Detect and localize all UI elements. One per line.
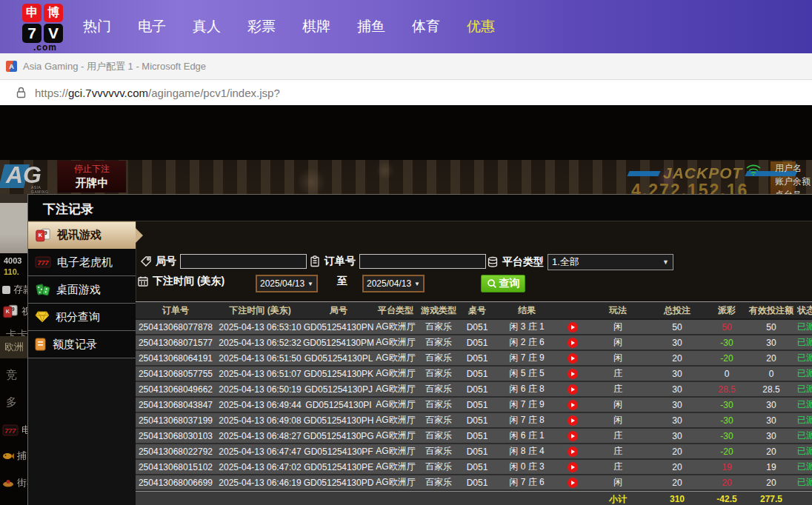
- cell: 20: [706, 475, 748, 489]
- play-video-button[interactable]: [568, 462, 578, 472]
- modal-content: 局号 订单号: [136, 221, 812, 505]
- nav-item-优惠[interactable]: 优惠: [467, 17, 495, 36]
- play-video-button[interactable]: [568, 338, 578, 348]
- cell: -20: [706, 444, 748, 458]
- ag-brand-logo: AG ASIA GAMING: [1, 161, 59, 193]
- play-video-button[interactable]: [568, 447, 578, 457]
- sidebar-item-积分查询[interactable]: 积分查询: [28, 304, 136, 331]
- column-header-玩法: 玩法: [588, 302, 648, 318]
- url-path: /agingame/pcv1/index.jsp?: [148, 87, 280, 99]
- cell: [459, 492, 496, 505]
- sidebar-item-label: 桌面游戏: [56, 283, 101, 297]
- cell: D051: [459, 335, 496, 350]
- cell: [558, 413, 588, 427]
- play-video-button[interactable]: [568, 415, 578, 426]
- sidebar-item-视讯游戏[interactable]: 9K视讯游戏: [28, 221, 136, 249]
- svg-text:777: 777: [37, 259, 49, 267]
- cell: AG欧洲厅: [373, 335, 419, 350]
- cell: 闲 7 庄 9: [496, 351, 558, 365]
- cell: [558, 398, 588, 412]
- document-icon: [35, 338, 47, 351]
- nav-item-电子[interactable]: 电子: [138, 17, 166, 36]
- cell: [558, 351, 588, 365]
- cell: 2025-04-13 06:51:50: [216, 351, 304, 365]
- play-video-button[interactable]: [568, 322, 578, 332]
- play-video-button[interactable]: [568, 353, 578, 364]
- round-number-input[interactable]: [180, 254, 307, 269]
- play-video-button[interactable]: [568, 384, 578, 395]
- status-cell: 已派彩: [795, 460, 812, 474]
- cell: 30: [648, 335, 706, 350]
- table-row: 2504130680371992025-04-13 06:49:08GD0512…: [136, 413, 812, 429]
- cell: 2025-04-13 06:49:08: [216, 413, 304, 427]
- address-bar[interactable]: https://gci.7vvvvvv.com/agingame/pcv1/in…: [0, 80, 812, 106]
- nav-item-热门[interactable]: 热门: [83, 17, 111, 36]
- play-video-button[interactable]: [568, 478, 578, 488]
- cell: 庄: [588, 382, 648, 396]
- cell: 250413068043847: [136, 398, 216, 412]
- table-row: 2504130680715772025-04-13 06:52:32GD0512…: [136, 335, 812, 351]
- sidebar-item-label: 额度记录: [53, 338, 97, 352]
- cell: D051: [459, 429, 496, 443]
- cell: GD051254130PN: [304, 320, 373, 334]
- nav-item-棋牌[interactable]: 棋牌: [302, 17, 330, 36]
- sidebar-item-label: 视讯游戏: [57, 228, 102, 242]
- slot-777-icon: 777: [2, 424, 19, 436]
- column-header-局号: 局号: [304, 302, 373, 318]
- column-header-桌号: 桌号: [459, 302, 496, 318]
- logo-badge-1: 申: [22, 4, 41, 22]
- betting-records-modal: 下注记录 9K视讯游戏777电子老虎机桌面游戏积分查询额度记录 局号: [27, 194, 812, 505]
- table-row: 2504130680641912025-04-13 06:51:50GD0512…: [136, 351, 812, 367]
- sidebar-item-电子老虎机[interactable]: 777电子老虎机: [28, 249, 136, 276]
- cell: D051: [459, 413, 496, 427]
- sidebar-item-桌面游戏[interactable]: 桌面游戏: [28, 276, 136, 304]
- url-text[interactable]: https://gci.7vvvvvv.com/agingame/pcv1/in…: [35, 87, 280, 99]
- nav-item-捕鱼[interactable]: 捕鱼: [357, 17, 385, 36]
- betting-records-table: 订单号下注时间 (美东)局号平台类型游戏类型桌号结果玩法总投注派彩有效投注额状态…: [136, 301, 812, 505]
- cell: 277.5: [748, 492, 795, 505]
- nav-item-彩票[interactable]: 彩票: [247, 17, 276, 36]
- nav-item-真人[interactable]: 真人: [193, 17, 221, 36]
- cell: 20: [648, 460, 706, 474]
- status-cell: 已派彩: [795, 444, 812, 458]
- cell: [419, 492, 459, 505]
- column-header-订单号: 订单号: [136, 302, 216, 318]
- svg-text:777: 777: [4, 427, 16, 435]
- cell: 百家乐: [419, 460, 459, 474]
- cell: 百家乐: [419, 351, 459, 365]
- cell: 310: [648, 492, 706, 505]
- sidebar-item-额度记录[interactable]: 额度记录: [28, 331, 136, 358]
- site-logo[interactable]: 申 博 7 V .com: [22, 4, 68, 51]
- status-cell: 已派彩: [795, 382, 812, 396]
- nav-item-体育[interactable]: 体育: [412, 17, 440, 36]
- platform-type-select[interactable]: 1.全部: [548, 254, 673, 270]
- svg-text:K: K: [6, 308, 10, 315]
- cell: 30: [648, 382, 706, 396]
- lobby-stat: 4003: [4, 256, 21, 265]
- cell: AG欧洲厅: [373, 444, 419, 458]
- play-video-button[interactable]: [568, 369, 578, 379]
- date-from-select[interactable]: 2025/04/13: [256, 275, 318, 292]
- cell: 2025-04-13 06:50:19: [216, 382, 304, 396]
- date-to-select[interactable]: 2025/04/13: [362, 275, 425, 292]
- cell: 20: [648, 444, 706, 458]
- search-button[interactable]: 查询: [481, 275, 525, 292]
- cell: 30: [648, 398, 706, 412]
- sidebar-item-label: 积分查询: [56, 310, 100, 324]
- cell: 28.5: [748, 382, 795, 396]
- table-header-row: 订单号下注时间 (美东)局号平台类型游戏类型桌号结果玩法总投注派彩有效投注额状态: [136, 302, 812, 320]
- cell: 闲 6 庄 8: [496, 382, 558, 396]
- cell: 百家乐: [419, 398, 459, 412]
- order-number-input[interactable]: [359, 254, 486, 269]
- play-video-button[interactable]: [568, 431, 578, 441]
- cell: 0: [748, 367, 795, 381]
- play-video-button[interactable]: [568, 400, 578, 410]
- cell: 50: [648, 320, 706, 334]
- calendar-icon: [137, 275, 149, 287]
- cell: [496, 492, 558, 505]
- cell: 20: [648, 351, 706, 365]
- cell: [558, 429, 588, 443]
- column-header-游戏类型: 游戏类型: [419, 302, 459, 318]
- cell: 2025-04-13 06:49:44: [216, 398, 304, 412]
- bet-time-label: 下注时间 (美东): [153, 275, 224, 288]
